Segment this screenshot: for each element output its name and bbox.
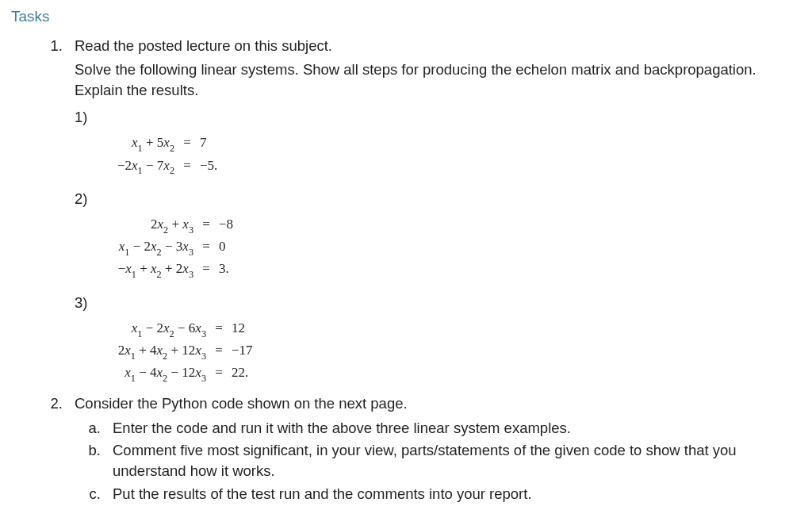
equation-lhs: x1 − 2x2 − 6x3 — [89, 318, 206, 340]
equation-lhs: 2x1 + 4x2 + 12x3 — [89, 340, 206, 362]
task1-intro-line1: Read the posted lecture on this subject. — [75, 36, 796, 56]
task2-a: Enter the code and run it with the above… — [105, 418, 796, 439]
task2-intro: Consider the Python code shown on the ne… — [75, 393, 796, 414]
tasks-list: Read the posted lecture on this subject.… — [11, 36, 796, 505]
equation-row: x1 − 2x2 − 3x3=0 — [89, 236, 255, 259]
equation-row: x1 + 5x2=7 — [89, 132, 236, 155]
equation-row: −x1 + x2 + 2x3=3. — [89, 259, 255, 281]
equation-lhs: x1 − 4x2 − 12x3 — [89, 362, 206, 385]
equation-rhs: 12 — [232, 318, 268, 339]
equation-lhs: x1 − 2x2 − 3x3 — [89, 236, 193, 259]
equation-row: x1 − 2x2 − 6x3=12 — [89, 318, 268, 340]
equation-rhs: −17 — [232, 340, 268, 361]
equation-row: 2x1 + 4x2 + 12x3=−17 — [89, 340, 268, 362]
problem-1-label: 1) — [75, 107, 796, 128]
equals-sign: = — [193, 214, 219, 235]
equals-sign: = — [206, 340, 232, 361]
equals-sign: = — [174, 155, 200, 176]
task-1: Read the posted lecture on this subject.… — [67, 36, 796, 390]
system-3: x1 − 2x2 − 6x3=122x1 + 4x2 + 12x3=−17x1 … — [89, 318, 268, 385]
task2-subtasks: Enter the code and run it with the above… — [75, 418, 796, 505]
equation-lhs: x1 + 5x2 — [89, 132, 174, 155]
equals-sign: = — [206, 362, 232, 383]
equation-rhs: −5. — [200, 155, 236, 176]
task2-c: Put the results of the test run and the … — [105, 484, 796, 504]
problem-2-label: 2) — [75, 189, 796, 209]
equation-row: x1 − 4x2 − 12x3=22. — [89, 362, 268, 385]
equals-sign: = — [206, 318, 232, 339]
task1-intro-line2: Solve the following linear systems. Show… — [75, 59, 796, 101]
equals-sign: = — [193, 259, 219, 279]
section-heading: Tasks — [11, 6, 796, 28]
equation-rhs: 3. — [219, 259, 255, 279]
equation-lhs: −x1 + x2 + 2x3 — [89, 259, 193, 281]
task2-b: Comment five most significant, in your v… — [105, 440, 796, 481]
equation-row: −2x1 − 7x2=−5. — [89, 155, 236, 178]
equals-sign: = — [174, 132, 200, 153]
system-2: 2x2 + x3=−8x1 − 2x2 − 3x3=0−x1 + x2 + 2x… — [89, 214, 255, 282]
equation-row: 2x2 + x3=−8 — [89, 214, 255, 236]
equation-lhs: 2x2 + x3 — [89, 214, 193, 236]
equation-rhs: 0 — [219, 236, 255, 257]
equation-rhs: −8 — [219, 214, 255, 235]
task-2: Consider the Python code shown on the ne… — [67, 393, 796, 504]
equals-sign: = — [193, 236, 219, 257]
equation-lhs: −2x1 − 7x2 — [89, 155, 174, 178]
equation-rhs: 7 — [200, 132, 236, 153]
system-1: x1 + 5x2=7−2x1 − 7x2=−5. — [89, 132, 236, 178]
problem-3-label: 3) — [75, 293, 796, 313]
equation-rhs: 22. — [232, 362, 268, 383]
